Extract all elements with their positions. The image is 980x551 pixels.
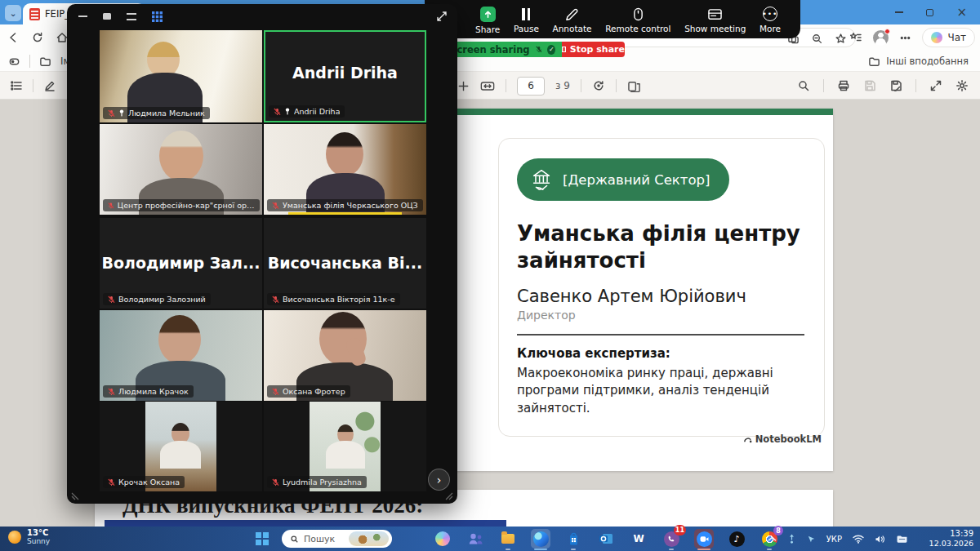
window-maximize-button[interactable] — [926, 9, 933, 16]
settings-gear-icon[interactable] — [956, 79, 969, 92]
share-icon — [480, 7, 496, 22]
onedrive-folder-icon[interactable] — [896, 535, 908, 544]
mic-muted-icon — [274, 108, 281, 116]
participant-tile[interactable]: Центр професійно-кар"єрної орієнтації — [100, 124, 262, 215]
participant-tile[interactable]: Уманська філія Черкаського ОЦЗ — [264, 124, 426, 215]
pen-icon[interactable] — [787, 534, 796, 544]
taskbar-search[interactable]: Пошук — [282, 530, 392, 548]
mic-muted-icon — [272, 202, 279, 210]
taskbar-word-icon[interactable]: W — [629, 529, 648, 549]
slide-person-name: Савенко Артем Юрійович — [517, 287, 808, 306]
highlighter-icon[interactable] — [43, 79, 56, 92]
taskbar-copilot-icon[interactable] — [433, 529, 452, 549]
collections-icon[interactable] — [8, 56, 20, 68]
participant-tile[interactable]: Оксана Фротер — [264, 310, 426, 401]
volume-icon[interactable] — [875, 535, 885, 544]
participant-tile[interactable]: Височанська Ві... Височанська Вікторія 1… — [264, 218, 426, 309]
tab-search-button[interactable]: ⌄ — [5, 5, 21, 21]
next-page-button[interactable]: › — [428, 469, 450, 491]
fit-to-width-icon[interactable] — [480, 80, 495, 92]
next-page-rule — [105, 520, 506, 527]
taskbar-zoom-icon[interactable] — [694, 529, 714, 549]
participant-tile[interactable]: Людмила Мельник — [100, 30, 262, 122]
other-favorites-label[interactable]: Інші вподобання — [886, 56, 969, 67]
video-grid: Людмила Мельник Andrii Driha Andrii Drih… — [67, 4, 457, 504]
save-icon — [863, 79, 876, 92]
search-document-icon[interactable] — [797, 79, 810, 92]
back-icon[interactable] — [7, 31, 20, 44]
print-icon[interactable] — [837, 79, 850, 92]
mic-muted-icon — [108, 388, 115, 396]
page-number-input[interactable]: 6 — [517, 77, 545, 96]
system-tray: УКР — [768, 527, 908, 551]
participant-tile[interactable]: Людмила Крачок — [100, 310, 262, 401]
taskbar: 13°C Sunny Пошук — [0, 527, 980, 551]
touch-cursor-icon[interactable] — [807, 535, 816, 544]
taskbar-teams-icon[interactable] — [466, 529, 485, 549]
fullscreen-icon[interactable] — [929, 79, 942, 92]
save-as-icon[interactable] — [889, 79, 902, 92]
window-close-button[interactable]: × — [956, 7, 967, 19]
tray-clock[interactable]: 13:39 12.03.2026 — [929, 528, 973, 548]
search-icon — [290, 535, 299, 544]
stop-share-button[interactable]: Stop share — [562, 42, 625, 57]
taskbar-viber-icon[interactable]: 11 — [662, 529, 681, 549]
zoom-annotate-button[interactable]: Annotate — [553, 7, 592, 33]
search-placeholder: Пошук — [304, 534, 344, 544]
zoom-share-button[interactable]: Share — [475, 7, 500, 34]
resize-grip-left[interactable] — [71, 492, 79, 500]
screen: ⌄ FEIP_2 × — [0, 0, 980, 551]
slide-expertise-heading: Ключова експертиза: — [517, 346, 808, 361]
zoom-more-button[interactable]: ••• More — [760, 7, 781, 33]
more-ellipsis-icon: ••• — [763, 7, 777, 21]
more-menu-icon[interactable] — [899, 32, 911, 44]
page-count-label: з 9 — [555, 80, 570, 91]
favorites-list-icon[interactable] — [849, 31, 862, 44]
taskbar-edge-icon[interactable] — [531, 529, 550, 549]
slide-badge-label: [Державний Сектор] — [563, 172, 710, 188]
participant-tile[interactable]: Andrii Driha Andrii Driha — [264, 30, 426, 122]
wifi-icon[interactable] — [853, 535, 864, 544]
participant-big-name: Andrii Driha — [265, 64, 425, 82]
profile-avatar[interactable] — [873, 30, 889, 46]
pin-icon — [284, 108, 291, 115]
window-minimize-button[interactable] — [895, 11, 903, 13]
resize-grip-right[interactable] — [445, 492, 453, 500]
page-view-icon[interactable] — [627, 80, 641, 92]
slide-badge: [Державний Сектор] — [517, 158, 729, 201]
import-folder-icon[interactable] — [39, 56, 51, 68]
taskbar-explorer-icon[interactable] — [498, 529, 518, 549]
other-favorites-folder-icon[interactable] — [868, 56, 880, 68]
zoom-show-meeting-button[interactable]: Show meeting — [684, 7, 746, 33]
taskbar-outlook-icon[interactable] — [596, 529, 616, 549]
participant-big-name: Володимир Зал... — [100, 254, 262, 272]
rotate-icon[interactable] — [592, 79, 605, 92]
security-shield-icon[interactable]: ✓ — [547, 45, 555, 55]
taskbar-tiktok-icon[interactable]: ♪ — [727, 529, 746, 549]
annotate-pencil-icon — [564, 7, 580, 21]
start-button[interactable] — [256, 532, 269, 545]
zoom-remote-control-button[interactable]: Remote control — [605, 7, 670, 33]
participant-tile[interactable]: Володимир Зал... Володимир Залозний — [100, 218, 262, 309]
tray-chevron-icon[interactable] — [768, 535, 777, 542]
pin-icon — [118, 109, 125, 117]
participant-name-label: Оксана Фротер — [267, 385, 350, 398]
zoom-level-icon[interactable] — [811, 33, 823, 45]
slide-person-role: Директор — [517, 309, 808, 322]
zoom-video-panel[interactable]: Людмила Мельник Andrii Driha Andrii Drih… — [67, 4, 457, 504]
refresh-icon[interactable] — [31, 31, 44, 44]
weather-condition: Sunny — [27, 538, 50, 546]
participant-name-label: Височанська Вікторія 11к-е — [267, 293, 400, 305]
participant-tile[interactable]: Крочак Оксана — [100, 402, 262, 491]
weather-widget[interactable]: 13°C Sunny — [8, 528, 50, 546]
language-indicator[interactable]: УКР — [826, 535, 842, 544]
participant-name-label: Andrii Driha — [269, 105, 345, 118]
zoom-in-icon[interactable] — [457, 80, 470, 92]
copilot-chat-button[interactable]: Чат — [922, 28, 975, 47]
favorite-star-icon[interactable] — [835, 33, 847, 45]
zoom-pause-button[interactable]: Pause — [514, 7, 539, 33]
taskbar-store-icon[interactable] — [564, 529, 583, 549]
notebooklm-watermark: NotebookLM — [743, 433, 822, 445]
table-of-contents-icon[interactable] — [10, 79, 23, 92]
participant-tile[interactable]: Lyudmila Prysiazhna — [264, 402, 426, 491]
